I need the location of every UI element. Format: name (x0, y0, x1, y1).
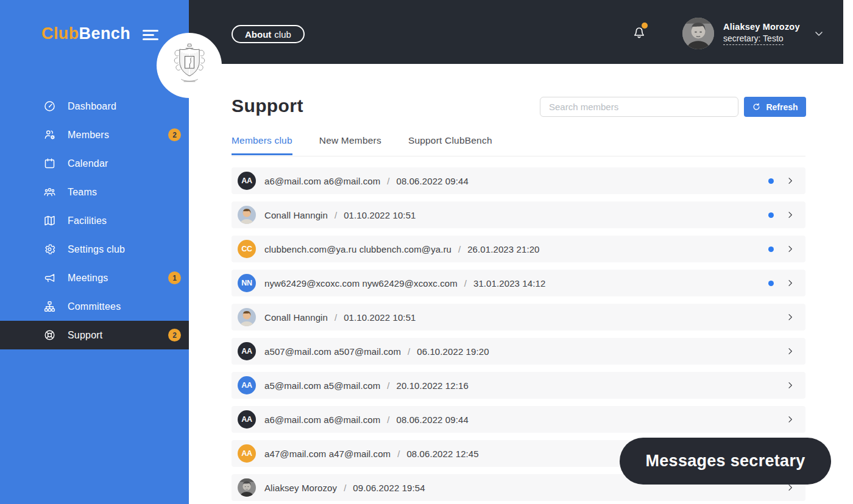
avatar: CC (238, 240, 256, 258)
member-name: a47@mail.com a47@mail.com (264, 449, 391, 459)
refresh-icon (752, 102, 761, 111)
chevron-right-icon[interactable] (785, 176, 795, 186)
sidebar-item-support[interactable]: Support 2 (0, 321, 189, 349)
avatar: AA (238, 410, 256, 429)
message-datetime: 01.10.2022 10:51 (344, 210, 416, 220)
search-input[interactable] (540, 97, 738, 117)
sidebar-nav: Dashboard Members 2 Calendar Teams Facil… (0, 92, 189, 349)
sidebar-item-teams[interactable]: Teams (0, 178, 189, 206)
chevron-down-icon[interactable] (813, 27, 825, 40)
avatar: AA (238, 376, 256, 394)
settings-icon (43, 243, 56, 256)
tab-support-clubbench[interactable]: Support ClubBench (408, 135, 492, 155)
member-row[interactable]: NN nyw62429@xcoxc.com nyw62429@xcoxc.com… (232, 270, 805, 296)
avatar-photo-conall (238, 206, 256, 224)
notification-badge: 2 (168, 329, 181, 341)
separator: / (397, 449, 400, 459)
avatar-photo-conall (238, 308, 256, 326)
unread-dot (768, 212, 774, 218)
avatar: NN (238, 274, 256, 292)
separator: / (387, 176, 389, 186)
sidebar-item-settings-club[interactable]: Settings club (0, 235, 189, 264)
sidebar-item-dashboard[interactable]: Dashboard (0, 92, 189, 121)
unread-dot (768, 281, 774, 286)
member-name: a6@mail.com a6@mail.com (264, 176, 380, 186)
calendar-icon (43, 157, 56, 170)
message-datetime: 26.01.2023 21:20 (467, 244, 539, 254)
members-icon (43, 128, 56, 141)
member-row[interactable]: Conall Hanngin / 01.10.2022 10:51 (232, 201, 805, 228)
about-label-bold: About (245, 29, 271, 40)
member-row[interactable]: AA a507@mail.com a507@mail.com / 06.10.2… (232, 338, 805, 365)
member-name: a5@mail.com a5@mail.com (264, 380, 380, 391)
user-role: secretary: Testo (723, 33, 784, 45)
separator: / (408, 346, 410, 357)
sidebar-item-committees[interactable]: Committees (0, 292, 189, 321)
separator: / (344, 483, 346, 493)
member-name: clubbench.com@ya.ru clubbench.com@ya.ru (264, 244, 451, 254)
avatar: AA (238, 172, 256, 190)
avatar-photo-aliaksey (238, 478, 256, 497)
page-title: Support (232, 96, 303, 116)
separator: / (334, 210, 337, 220)
clubbench-app: { "brand": { "logo_primary": "Club", "lo… (0, 0, 853, 504)
separator: / (458, 244, 461, 254)
member-row[interactable]: Conall Hanngin / 01.10.2022 10:51 (232, 304, 805, 331)
sidebar-item-calendar[interactable]: Calendar (0, 149, 189, 178)
user-avatar (682, 18, 714, 49)
tab-bar-divider (232, 156, 805, 156)
about-club-button[interactable]: About club (232, 25, 305, 43)
chevron-right-icon[interactable] (785, 346, 795, 356)
meetings-icon (43, 271, 56, 284)
chevron-right-icon[interactable] (785, 380, 795, 390)
user-name: Aliaksey Morozoy (723, 22, 800, 32)
member-name: nyw62429@xcoxc.com nyw62429@xcoxc.com (264, 278, 458, 289)
chevron-right-icon[interactable] (785, 244, 795, 254)
refresh-label: Refresh (766, 102, 798, 112)
logo-secondary: Bench (79, 24, 131, 43)
message-datetime: 20.10.2022 12:16 (396, 380, 468, 391)
member-name: Conall Hanngin (264, 312, 328, 323)
tab-new-members[interactable]: New Members (319, 135, 381, 155)
club-crest-logo (157, 33, 222, 98)
messages-secretary-button[interactable]: Messages secretary (620, 438, 831, 485)
message-datetime: 08.06.2022 09:44 (396, 176, 468, 186)
refresh-button[interactable]: Refresh (744, 97, 806, 117)
message-datetime: 08.06.2022 09:44 (396, 415, 468, 425)
unread-dot (768, 178, 774, 184)
dashboard-icon (43, 100, 56, 113)
hamburger-menu-icon[interactable] (143, 28, 158, 40)
tab-bar: Members clubNew MembersSupport ClubBench (232, 135, 492, 155)
member-row[interactable]: CC clubbench.com@ya.ru clubbench.com@ya.… (232, 236, 805, 262)
chevron-right-icon[interactable] (785, 312, 795, 322)
logo-primary: Club (41, 24, 79, 43)
avatar: AA (238, 342, 256, 360)
chevron-right-icon[interactable] (785, 278, 795, 288)
tab-members-club[interactable]: Members club (232, 135, 292, 155)
unread-dot (768, 247, 774, 252)
message-datetime: 31.01.2023 14:12 (473, 278, 545, 289)
member-row[interactable]: AA a6@mail.com a6@mail.com / 08.06.2022 … (232, 167, 805, 194)
member-name: Conall Hanngin (264, 210, 328, 220)
chevron-right-icon[interactable] (785, 415, 795, 424)
message-datetime: 08.06.2022 12:45 (406, 449, 478, 459)
user-profile-menu[interactable]: Aliaksey Morozoy secretary: Testo (682, 18, 825, 49)
notifications-bell-icon[interactable] (631, 23, 648, 41)
message-datetime: 09.06.2022 19:54 (353, 483, 425, 493)
notification-badge: 1 (168, 271, 181, 284)
sidebar-item-members[interactable]: Members 2 (0, 121, 189, 149)
notification-badge: 2 (168, 128, 181, 141)
member-row[interactable]: AA a5@mail.com a5@mail.com / 20.10.2022 … (232, 372, 805, 399)
bell-icon (631, 32, 647, 42)
app-logo[interactable]: ClubBench (41, 24, 130, 43)
sidebar-item-facilities[interactable]: Facilities (0, 206, 189, 235)
member-name: a507@mail.com a507@mail.com (264, 346, 401, 357)
crest-shield-icon (167, 41, 212, 90)
member-row[interactable]: AA a6@mail.com a6@mail.com / 08.06.2022 … (232, 406, 805, 433)
member-name: Aliaksey Morozoy (264, 483, 337, 493)
separator: / (387, 415, 389, 425)
facilities-icon (43, 214, 56, 227)
support-icon (43, 329, 56, 341)
chevron-right-icon[interactable] (785, 210, 795, 220)
sidebar-item-meetings[interactable]: Meetings 1 (0, 264, 189, 292)
